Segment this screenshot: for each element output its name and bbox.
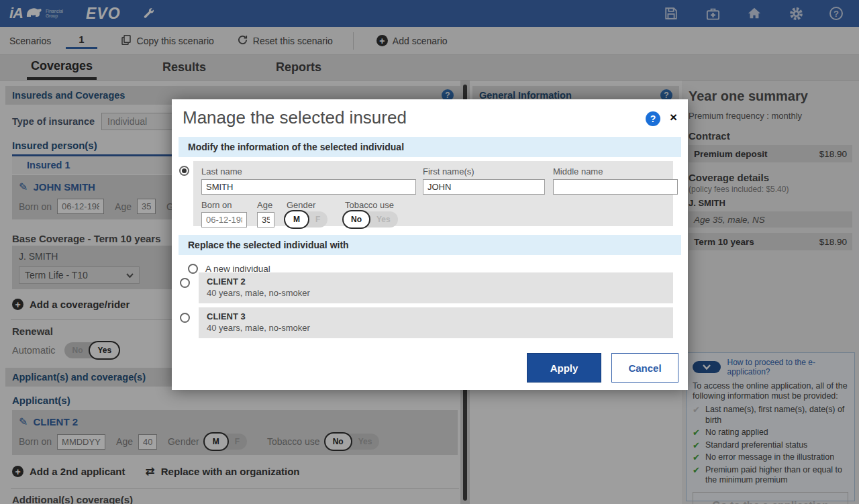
replace-section-header: Replace the selected individual with bbox=[179, 235, 681, 255]
gender-toggle[interactable]: M F bbox=[285, 211, 327, 228]
cancel-button[interactable]: Cancel bbox=[611, 353, 678, 383]
toggle-yes[interactable]: Yes bbox=[369, 215, 398, 224]
middle-name-label: Middle name bbox=[553, 166, 603, 177]
modal-help-icon[interactable]: ? bbox=[646, 111, 660, 126]
gender-label: Gender bbox=[287, 200, 315, 210]
option-client-2[interactable]: CLIENT 2 40 years, male, no-smoker bbox=[199, 272, 673, 303]
tobacco-use-label: Tobacco use bbox=[345, 200, 394, 210]
modal-close-icon[interactable]: × bbox=[670, 110, 677, 125]
last-name-label: Last name bbox=[201, 166, 242, 177]
client3-radio[interactable] bbox=[180, 313, 190, 323]
age-label: Age bbox=[257, 200, 272, 210]
modify-form: Last name First name(s) Middle name Born… bbox=[193, 161, 673, 226]
tobacco-toggle[interactable]: No Yes bbox=[344, 211, 398, 228]
modal-title: Manage the selected insured bbox=[183, 107, 407, 128]
client3-details: 40 years, male, no-smoker bbox=[207, 323, 665, 333]
modify-section-header: Modify the information of the selected i… bbox=[179, 137, 681, 157]
toggle-female[interactable]: F bbox=[308, 215, 327, 224]
middle-name-input[interactable] bbox=[553, 179, 678, 195]
toggle-no[interactable]: No bbox=[342, 210, 370, 229]
last-name-input[interactable] bbox=[201, 179, 416, 195]
manage-insured-modal: Manage the selected insured ? × Modify t… bbox=[172, 99, 688, 390]
new-individual-radio[interactable] bbox=[188, 264, 198, 274]
toggle-male[interactable]: M bbox=[284, 210, 309, 229]
born-on-input[interactable] bbox=[201, 212, 247, 228]
first-name-input[interactable] bbox=[423, 179, 545, 195]
age-input[interactable] bbox=[257, 212, 274, 228]
modify-individual-radio[interactable] bbox=[179, 166, 189, 176]
client2-details: 40 years, male, no-smoker bbox=[207, 288, 665, 298]
first-name-label: First name(s) bbox=[423, 166, 474, 177]
client2-name: CLIENT 2 bbox=[207, 276, 665, 287]
client2-radio[interactable] bbox=[180, 278, 190, 288]
client3-name: CLIENT 3 bbox=[207, 311, 665, 321]
option-client-3[interactable]: CLIENT 3 40 years, male, no-smoker bbox=[199, 307, 673, 338]
born-on-label: Born on bbox=[201, 200, 232, 210]
apply-button[interactable]: Apply bbox=[527, 353, 601, 383]
